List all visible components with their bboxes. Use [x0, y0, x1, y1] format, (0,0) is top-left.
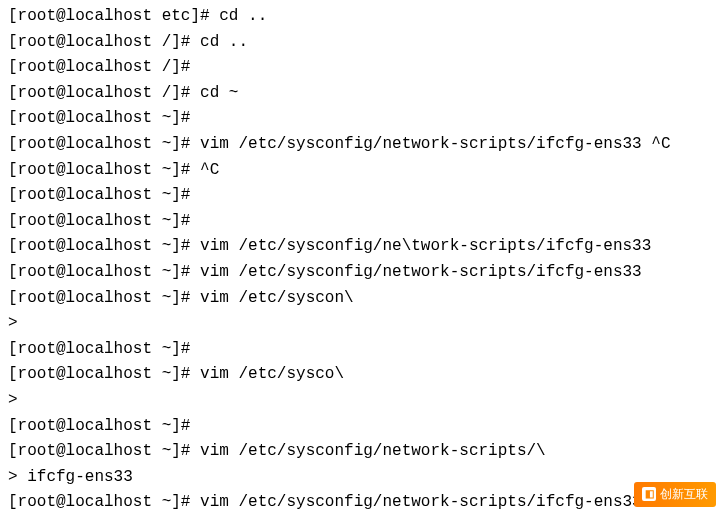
shell-prompt: [root@localhost ~]#	[8, 161, 200, 179]
terminal-line: [root@localhost ~]#	[8, 183, 714, 209]
terminal-output[interactable]: [root@localhost etc]# cd ..[root@localho…	[8, 4, 714, 513]
shell-prompt: [root@localhost ~]#	[8, 109, 200, 127]
shell-prompt: [root@localhost ~]#	[8, 340, 200, 358]
shell-command: vim /etc/sysco\	[200, 365, 344, 383]
shell-command: ^C	[200, 161, 219, 179]
shell-command: cd ..	[200, 33, 248, 51]
shell-prompt: [root@localhost /]#	[8, 58, 200, 76]
shell-prompt: [root@localhost /]#	[8, 84, 200, 102]
watermark-text: 创新互联	[660, 485, 708, 504]
shell-command: vim /etc/sysconfig/ne\twork-scripts/ifcf…	[200, 237, 651, 255]
terminal-line: [root@localhost ~]# vim /etc/sysconfig/n…	[8, 132, 714, 158]
shell-command: cd ..	[219, 7, 267, 25]
shell-prompt: [root@localhost ~]#	[8, 365, 200, 383]
terminal-line: > ifcfg-ens33	[8, 465, 714, 491]
shell-prompt: [root@localhost etc]#	[8, 7, 219, 25]
shell-prompt: [root@localhost ~]#	[8, 237, 200, 255]
shell-command: vim /etc/sysconfig/network-scripts/ifcfg…	[200, 493, 642, 511]
watermark-badge: ◧ 创新互联	[634, 482, 716, 507]
shell-prompt: [root@localhost ~]#	[8, 186, 200, 204]
shell-prompt: [root@localhost ~]#	[8, 289, 200, 307]
terminal-line: [root@localhost ~]# vim /etc/sysconfig/n…	[8, 260, 714, 286]
terminal-line: [root@localhost ~]#	[8, 106, 714, 132]
shell-prompt: [root@localhost ~]#	[8, 135, 200, 153]
shell-command: vim /etc/syscon\	[200, 289, 354, 307]
shell-prompt: [root@localhost /]#	[8, 33, 200, 51]
terminal-line: [root@localhost etc]# cd ..	[8, 4, 714, 30]
terminal-line: [root@localhost ~]# vim /etc/syscon\	[8, 286, 714, 312]
shell-prompt: [root@localhost ~]#	[8, 417, 200, 435]
terminal-line: [root@localhost /]# cd ~	[8, 81, 714, 107]
terminal-line: [root@localhost ~]# vim /etc/sysconfig/n…	[8, 234, 714, 260]
shell-command: ifcfg-ens33	[27, 468, 133, 486]
shell-command: cd ~	[200, 84, 238, 102]
terminal-line: [root@localhost ~]#	[8, 337, 714, 363]
terminal-line: [root@localhost ~]# vim /etc/sysco\	[8, 362, 714, 388]
terminal-line: [root@localhost ~]# ^C	[8, 158, 714, 184]
terminal-line: [root@localhost ~]#	[8, 414, 714, 440]
shell-command: vim /etc/sysconfig/network-scripts/ifcfg…	[200, 135, 670, 153]
shell-prompt: [root@localhost ~]#	[8, 493, 200, 511]
terminal-line: [root@localhost ~]# vim /etc/sysconfig/n…	[8, 439, 714, 465]
shell-prompt: [root@localhost ~]#	[8, 212, 200, 230]
shell-prompt: [root@localhost ~]#	[8, 442, 200, 460]
shell-command: vim /etc/sysconfig/network-scripts/ifcfg…	[200, 263, 642, 281]
terminal-line: [root@localhost ~]# vim /etc/sysconfig/n…	[8, 490, 714, 513]
shell-prompt: >	[8, 314, 27, 332]
terminal-line: >	[8, 388, 714, 414]
shell-command: vim /etc/sysconfig/network-scripts/\	[200, 442, 546, 460]
terminal-line: [root@localhost /]# cd ..	[8, 30, 714, 56]
watermark-icon: ◧	[642, 487, 656, 501]
terminal-line: [root@localhost ~]#	[8, 209, 714, 235]
shell-prompt: >	[8, 391, 27, 409]
shell-prompt: >	[8, 468, 27, 486]
terminal-line: >	[8, 311, 714, 337]
terminal-line: [root@localhost /]#	[8, 55, 714, 81]
shell-prompt: [root@localhost ~]#	[8, 263, 200, 281]
